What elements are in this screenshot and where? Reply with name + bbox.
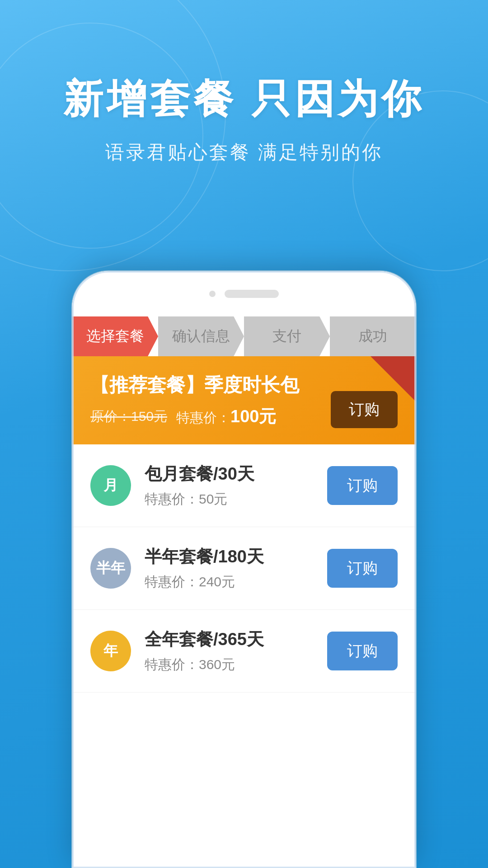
- package-icon-month: 月: [90, 465, 131, 506]
- sub-title: 语录君贴心套餐 满足特别的你: [0, 140, 488, 165]
- package-name-halfyear: 半年套餐/180天: [145, 545, 314, 568]
- recommended-tag: 推荐: [397, 356, 416, 360]
- header-section: 新增套餐 只因为你 语录君贴心套餐 满足特别的你: [0, 0, 488, 192]
- package-price-month: 特惠价：50元: [145, 490, 314, 509]
- buy-button-month[interactable]: 订购: [327, 466, 398, 505]
- package-list: 月 包月套餐/30天 特惠价：50元 订购 半年 半年套餐/180天 特惠价：2…: [72, 444, 416, 693]
- package-info-month: 包月套餐/30天 特惠价：50元: [145, 462, 314, 509]
- package-icon-year: 年: [90, 631, 131, 671]
- list-item: 半年 半年套餐/180天 特惠价：240元 订购: [72, 527, 416, 610]
- banner-special-price: 特惠价：100元: [176, 405, 276, 428]
- package-name-month: 包月套餐/30天: [145, 462, 314, 486]
- step-bar: 选择套餐 确认信息 支付 成功: [72, 316, 416, 356]
- package-info-year: 全年套餐/365天 特惠价：360元: [145, 628, 314, 674]
- package-name-year: 全年套餐/365天: [145, 628, 314, 651]
- buy-button-halfyear[interactable]: 订购: [327, 549, 398, 588]
- recommended-buy-button[interactable]: 订购: [331, 391, 398, 428]
- phone-top: [72, 271, 416, 316]
- step-success: 成功: [330, 316, 416, 356]
- step-select-package[interactable]: 选择套餐: [72, 316, 158, 356]
- banner-original-price: 原价：150元: [90, 407, 167, 426]
- list-item: 年 全年套餐/365天 特惠价：360元 订购: [72, 610, 416, 693]
- package-icon-halfyear: 半年: [90, 548, 131, 589]
- buy-button-year[interactable]: 订购: [327, 632, 398, 670]
- list-item: 月 包月套餐/30天 特惠价：50元 订购: [72, 444, 416, 527]
- phone-frame: 选择套餐 确认信息 支付 成功 推荐 【推荐套餐】季度时长包 原价：150元: [72, 271, 416, 868]
- package-info-halfyear: 半年套餐/180天 特惠价：240元: [145, 545, 314, 591]
- step-confirm-info: 确认信息: [158, 316, 244, 356]
- package-price-year: 特惠价：360元: [145, 656, 314, 674]
- step-payment: 支付: [244, 316, 330, 356]
- main-title: 新增套餐 只因为你: [0, 72, 488, 126]
- recommended-banner: 推荐 【推荐套餐】季度时长包 原价：150元 特惠价：100元 订购: [72, 356, 416, 444]
- phone-dot: [209, 291, 216, 297]
- phone-wrapper: 选择套餐 确认信息 支付 成功 推荐 【推荐套餐】季度时长包 原价：150元: [72, 271, 416, 868]
- package-price-halfyear: 特惠价：240元: [145, 573, 314, 591]
- phone-speaker: [225, 290, 279, 298]
